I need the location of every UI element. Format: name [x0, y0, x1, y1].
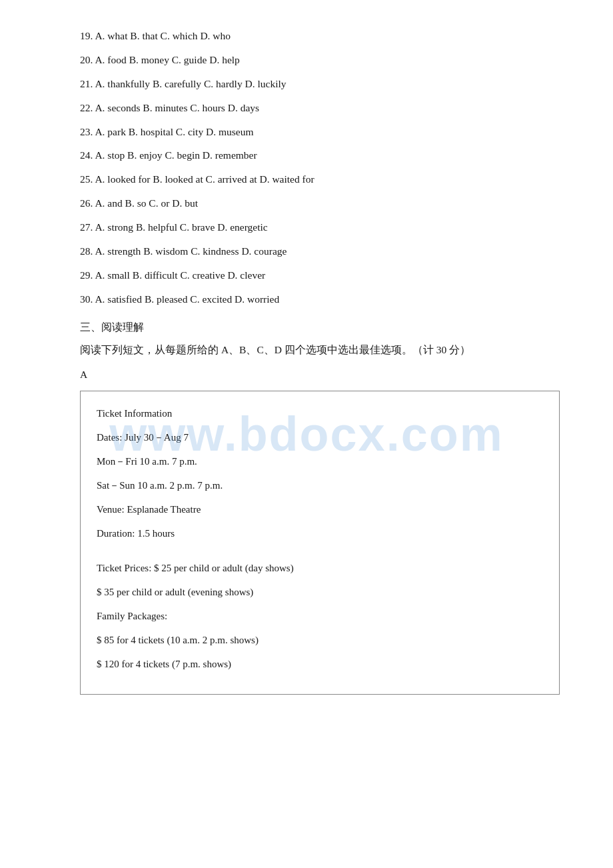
ticket-schedule1: Mon－Fri 10 a.m. 7 p.m. [97, 451, 543, 471]
ticket-family-packages-label: Family Packages: [97, 606, 543, 626]
ticket-title: Ticket Information [97, 403, 543, 423]
question-25: 25. A. looked for B. looked at C. arrive… [80, 170, 560, 189]
reading-a-label: A [80, 365, 560, 384]
question-21: 21. A. thankfully B. carefully C. hardly… [80, 75, 560, 93]
ticket-package2: $ 120 for 4 tickets (7 p.m. shows) [97, 654, 543, 674]
ticket-price2: $ 35 per child or adult (evening shows) [97, 582, 543, 602]
ticket-venue: Venue: Esplanade Theatre [97, 499, 543, 519]
question-24: 24. A. stop B. enjoy C. begin D. remembe… [80, 146, 560, 165]
question-23: 23. A. park B. hospital C. city D. museu… [80, 123, 560, 141]
ticket-box: Ticket Information Dates: July 30－Aug 7 … [80, 391, 560, 695]
ticket-price-header: Ticket Prices: $ 25 per child or adult (… [97, 558, 543, 578]
ticket-package1: $ 85 for 4 tickets (10 a.m. 2 p.m. shows… [97, 630, 543, 650]
question-28: 28. A. strength B. wisdom C. kindness D.… [80, 242, 560, 261]
ticket-duration: Duration: 1.5 hours [97, 523, 543, 543]
question-26: 26. A. and B. so C. or D. but [80, 194, 560, 213]
question-22: 22. A. seconds B. minutes C. hours D. da… [80, 99, 560, 117]
question-30: 30. A. satisfied B. pleased C. excited D… [80, 290, 560, 309]
section3-title: 三、阅读理解 [80, 318, 560, 337]
question-27: 27. A. strong B. helpful C. brave D. ene… [80, 218, 560, 237]
ticket-schedule2: Sat－Sun 10 a.m. 2 p.m. 7 p.m. [97, 475, 543, 495]
question-29: 29. A. small B. difficult C. creative D.… [80, 266, 560, 285]
section3-instruction: 阅读下列短文，从每题所给的 A、B、C、D 四个选项中选出最佳选项。（计 30 … [80, 341, 560, 359]
question-19: 19. A. what B. that C. which D. who [80, 27, 560, 45]
ticket-dates: Dates: July 30－Aug 7 [97, 427, 543, 447]
question-20: 20. A. food B. money C. guide D. help [80, 51, 560, 69]
question-list: 19. A. what B. that C. which D. who 20. … [80, 27, 560, 309]
